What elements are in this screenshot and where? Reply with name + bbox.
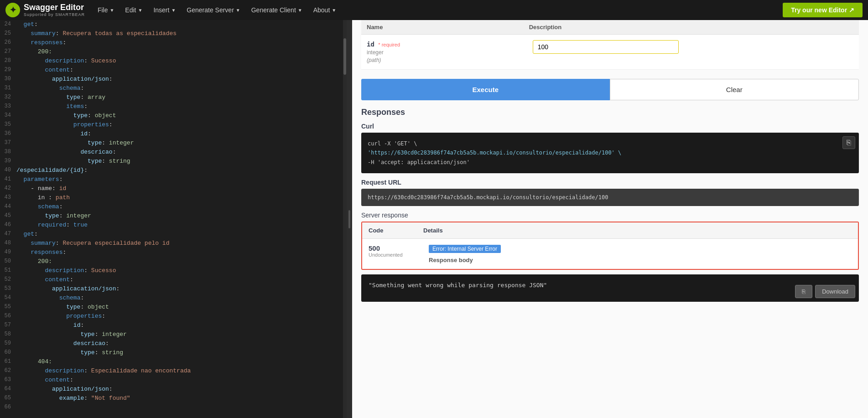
editor-line: 28 description: Sucesso <box>0 57 347 66</box>
error-badge: Error: Internal Server Error <box>429 245 501 253</box>
details-col: Error: Internal Server Error Response bo… <box>429 244 852 263</box>
editor-line: 61 404: <box>0 357 347 366</box>
editor-line: 64 application/json: <box>0 385 347 394</box>
response-body-actions: ⎘ Download <box>795 285 855 298</box>
details-header: Details <box>423 227 852 234</box>
editor-line: 49 responses: <box>0 248 347 257</box>
curl-line1: curl -X 'GET' \ <box>368 140 417 147</box>
chevron-down-icon: ▼ <box>138 8 142 13</box>
code-header: Code <box>369 227 423 234</box>
menu-file[interactable]: File ▼ <box>92 0 120 20</box>
swagger-panel: Name Description id * required integer (… <box>352 20 868 418</box>
editor-line: 47 get: <box>0 230 347 239</box>
params-header: Name Description <box>361 20 859 35</box>
try-new-editor-button[interactable]: Try our new Editor ↗ <box>783 3 863 17</box>
menu-about[interactable]: About ▼ <box>308 0 342 20</box>
editor-line: 45 type: integer <box>0 212 347 221</box>
editor-line: 40/especialidade/{id}: <box>0 166 347 175</box>
param-row: id * required integer (path) <box>361 35 859 70</box>
editor-line: 38 descricao: <box>0 148 347 157</box>
param-name: id <box>367 41 374 48</box>
logo-icon: ✦ <box>5 3 20 17</box>
server-response-header: Code Details <box>362 222 858 239</box>
params-table: Name Description id * required integer (… <box>361 20 859 70</box>
execute-button[interactable]: Execute <box>361 79 610 100</box>
param-type: integer <box>367 49 527 56</box>
status-code-col: 500 Undocumented <box>369 244 423 258</box>
editor-line: 29 content: <box>0 66 347 75</box>
undocumented-label: Undocumented <box>369 252 423 258</box>
editor-panel: 24 get:25 summary: Recupera todas as esp… <box>0 20 347 418</box>
clear-button[interactable]: Clear <box>610 79 859 100</box>
editor-line: 43 in : path <box>0 193 347 202</box>
editor-line: 37 type: integer <box>0 139 347 148</box>
scrollbar-thumb <box>343 38 346 75</box>
editor-line: 39 type: string <box>0 157 347 166</box>
editor-line: 46 required: true <box>0 221 347 230</box>
responses-title: Responses <box>361 108 859 117</box>
curl-copy-button[interactable]: ⎘ <box>842 136 855 149</box>
editor-line: 51 description: Sucesso <box>0 266 347 275</box>
chevron-down-icon: ▼ <box>298 8 302 13</box>
server-response-table: Code Details 500 Undocumented Error: Int… <box>361 222 859 270</box>
editor-line: 41 parameters: <box>0 175 347 184</box>
editor-line: 66 <box>0 403 347 412</box>
editor-line: 42 - name: id <box>0 184 347 193</box>
editor-line: 63 content: <box>0 376 347 385</box>
editor-line: 26 responses: <box>0 38 347 47</box>
chevron-down-icon: ▼ <box>171 8 176 13</box>
editor-line: 31 schema: <box>0 84 347 93</box>
menu-generate-server[interactable]: Generate Server ▼ <box>181 0 245 20</box>
param-name-col: id * required integer (path) <box>367 40 527 64</box>
response-body-box: "Something went wrong while parsing resp… <box>361 274 859 302</box>
editor-line: 36 id: <box>0 129 347 139</box>
logo: ✦ Swagger Editor Supported by SMARTBEAR <box>5 3 85 17</box>
menu-generate-client[interactable]: Generate Client ▼ <box>246 0 308 20</box>
curl-box: curl -X 'GET' \ 'https://630cd0c283986f7… <box>361 133 859 173</box>
editor-line: 62 description: Especialidade nao encont… <box>0 366 347 376</box>
action-buttons: Execute Clear <box>361 79 859 100</box>
editor-line: 58 type: integer <box>0 330 347 339</box>
editor-scrollbar[interactable] <box>343 20 347 418</box>
request-url-box: https://630cd0c283986f74a7cb5a5b.mockapi… <box>361 189 859 206</box>
topnav: ✦ Swagger Editor Supported by SMARTBEAR … <box>0 0 868 20</box>
chevron-down-icon: ▼ <box>109 8 114 13</box>
menu-edit[interactable]: Edit ▼ <box>120 0 148 20</box>
download-button[interactable]: Download <box>815 285 855 298</box>
response-copy-button[interactable]: ⎘ <box>795 285 812 298</box>
col-name-header: Name <box>367 24 529 31</box>
editor-line: 54 schema: <box>0 294 347 303</box>
response-body-label: Response body <box>429 257 852 263</box>
editor-line: 50 200: <box>0 257 347 266</box>
logo-subtitle: Supported by SMARTBEAR <box>24 12 85 17</box>
editor-line: 60 type: string <box>0 348 347 357</box>
editor-line: 55 type: object <box>0 303 347 312</box>
editor-line: 27 200: <box>0 47 347 57</box>
editor-line: 48 summary: Recupera especialidade pelo … <box>0 239 347 248</box>
curl-line2: 'https://630cd0c283986f74a7cb5a5b.mockap… <box>368 150 621 156</box>
editor-line: 57 id: <box>0 321 347 330</box>
status-code: 500 <box>369 244 423 252</box>
editor-line: 25 summary: Recupera todas as especialid… <box>0 29 347 38</box>
editor-line: 44 schema: <box>0 202 347 212</box>
param-desc-col <box>533 40 853 54</box>
editor-line: 24 get: <box>0 20 347 29</box>
divider-bar[interactable] <box>347 20 352 418</box>
param-id-input[interactable] <box>533 40 679 54</box>
main-layout: 24 get:25 summary: Recupera todas as esp… <box>0 20 868 418</box>
request-url-label: Request URL <box>361 179 859 186</box>
logo-title: Swagger Editor <box>24 3 85 12</box>
divider-handle <box>348 210 350 228</box>
editor-line: 33 items: <box>0 102 347 111</box>
editor-content[interactable]: 24 get:25 summary: Recupera todas as esp… <box>0 20 347 412</box>
editor-line: 34 type: object <box>0 111 347 120</box>
col-desc-header: Description <box>529 24 853 31</box>
editor-line: 52 content: <box>0 275 347 284</box>
menu-insert[interactable]: Insert ▼ <box>148 0 181 20</box>
editor-line: 32 type: array <box>0 93 347 102</box>
editor-line: 65 example: "Not found" <box>0 394 347 403</box>
chevron-down-icon: ▼ <box>236 8 240 13</box>
editor-line: 30 application/json: <box>0 75 347 84</box>
param-required: * required <box>378 42 400 47</box>
server-response-row: 500 Undocumented Error: Internal Server … <box>362 239 858 269</box>
